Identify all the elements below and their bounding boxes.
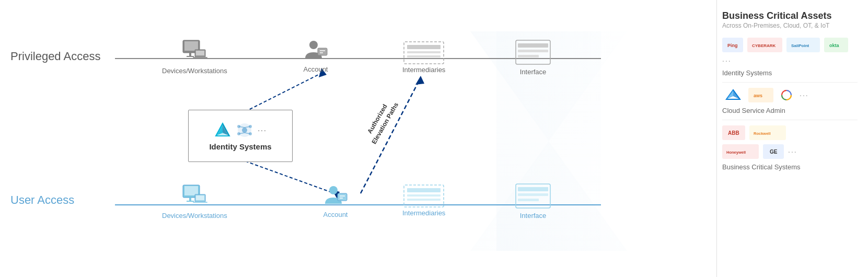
svg-point-54 bbox=[329, 186, 338, 194]
svg-point-38 bbox=[242, 128, 247, 133]
ge-logo: GE bbox=[763, 144, 784, 159]
svg-rect-31 bbox=[518, 50, 548, 52]
svg-rect-55 bbox=[338, 193, 347, 201]
svg-line-6 bbox=[240, 159, 334, 193]
svg-text:aws: aws bbox=[754, 93, 762, 98]
intermediary-icon-privileged bbox=[403, 41, 445, 65]
svg-rect-19 bbox=[196, 51, 204, 55]
svg-text:Honeywell: Honeywell bbox=[726, 150, 746, 155]
privileged-access-label: Privileged Access bbox=[10, 50, 100, 63]
svg-text:Rockwell: Rockwell bbox=[754, 131, 771, 136]
arrows-overlay bbox=[0, 0, 716, 277]
privileged-account-node: Account bbox=[303, 38, 328, 73]
user-devices-label: Devices/Workstations bbox=[162, 212, 227, 220]
svg-rect-53 bbox=[193, 202, 207, 203]
svg-point-21 bbox=[309, 41, 318, 49]
user-intermediaries-node: Intermediaries bbox=[402, 184, 445, 217]
user-account-label: Account bbox=[323, 211, 348, 218]
svg-rect-52 bbox=[196, 195, 204, 200]
privileged-intermediaries-label: Intermediaries bbox=[402, 66, 445, 74]
svg-rect-49 bbox=[189, 198, 191, 201]
user-intermediaries-label: Intermediaries bbox=[402, 209, 445, 217]
privileged-interface-label: Interface bbox=[520, 68, 547, 76]
svg-rect-50 bbox=[187, 201, 194, 202]
business-logos: ABB Rockwell bbox=[722, 125, 858, 140]
svg-text:GE: GE bbox=[770, 149, 778, 155]
right-panel: Business Critical Assets Across On-Premi… bbox=[716, 0, 868, 277]
intermediary-icon-user bbox=[403, 184, 445, 208]
interface-icon-user bbox=[515, 183, 551, 209]
workstation-icon-privileged bbox=[180, 39, 209, 64]
business-critical-subtitle: Across On-Premises, Cloud, OT, & IoT bbox=[722, 22, 858, 29]
svg-rect-26 bbox=[407, 45, 441, 49]
svg-rect-16 bbox=[189, 53, 191, 56]
identity-systems-group: Ping CYBERARK SailPoint bbox=[722, 38, 858, 83]
elevation-paths-label: AuthorizedElevation Paths bbox=[362, 97, 401, 146]
honeywell-logo: Honeywell bbox=[722, 144, 759, 159]
business-group-label: Business Critical Systems bbox=[722, 163, 858, 171]
abb-logo: ABB bbox=[722, 125, 745, 140]
cyberark-logo: CYBERARK bbox=[747, 38, 782, 52]
svg-rect-48 bbox=[184, 186, 198, 195]
identity-logos: Ping CYBERARK SailPoint bbox=[722, 38, 858, 65]
identity-box-label: Identity Systems bbox=[209, 142, 271, 151]
svg-rect-15 bbox=[184, 41, 198, 51]
user-interface-node: Interface bbox=[515, 183, 551, 220]
identity-group-label: Identity Systems bbox=[722, 69, 858, 77]
user-access-label: User Access bbox=[10, 193, 74, 207]
background-x-decoration bbox=[0, 0, 716, 277]
privileged-devices-node: Devices/Workstations bbox=[162, 39, 227, 75]
business-critical-group: ABB Rockwell Honeywell bbox=[722, 125, 858, 176]
identity-more-dots: ··· bbox=[722, 56, 732, 65]
azure-logo bbox=[722, 88, 744, 102]
okta-logo: okta bbox=[824, 38, 848, 52]
diagram-area: Privileged Access User Access bbox=[0, 0, 716, 277]
svg-rect-27 bbox=[407, 51, 441, 53]
svg-text:ABB: ABB bbox=[728, 130, 739, 136]
svg-rect-64 bbox=[518, 193, 548, 196]
svg-rect-60 bbox=[407, 194, 441, 197]
cloud-logos: aws ··· bbox=[722, 88, 858, 102]
business-more-dots: ··· bbox=[788, 147, 797, 156]
svg-text:okta: okta bbox=[829, 43, 840, 48]
workstation-icon-user bbox=[180, 184, 209, 209]
svg-rect-22 bbox=[318, 48, 327, 55]
svg-marker-9 bbox=[415, 76, 424, 85]
account-icon-user bbox=[323, 183, 348, 208]
svg-rect-32 bbox=[518, 55, 539, 57]
svg-rect-61 bbox=[407, 199, 441, 201]
svg-rect-20 bbox=[193, 57, 207, 58]
user-devices-node: Devices/Workstations bbox=[162, 184, 227, 220]
sailpoint-logo: SailPoint bbox=[786, 38, 820, 52]
ping-logo: Ping bbox=[722, 38, 743, 52]
svg-rect-65 bbox=[518, 199, 539, 201]
azure-ad-icon bbox=[214, 121, 232, 139]
svg-rect-59 bbox=[407, 188, 441, 192]
svg-text:SailPoint: SailPoint bbox=[791, 43, 809, 48]
user-interface-label: Interface bbox=[520, 212, 547, 220]
interface-icon-privileged bbox=[515, 39, 551, 65]
account-icon-privileged bbox=[303, 38, 328, 63]
privileged-devices-label: Devices/Workstations bbox=[162, 67, 227, 75]
privileged-interface-node: Interface bbox=[515, 39, 551, 76]
svg-rect-63 bbox=[518, 187, 548, 191]
business-logos-2: Honeywell GE ··· bbox=[722, 144, 858, 159]
gcp-logo bbox=[778, 88, 795, 102]
user-account-node: Account bbox=[323, 183, 348, 218]
privileged-account-label: Account bbox=[304, 65, 328, 73]
business-critical-title: Business Critical Assets bbox=[722, 10, 858, 22]
identity-box-icons: ··· bbox=[214, 121, 267, 139]
privileged-intermediaries-node: Intermediaries bbox=[402, 41, 445, 74]
identity-systems-box: ··· Identity Systems bbox=[188, 110, 293, 162]
identity-grid-icon bbox=[236, 121, 253, 139]
aws-logo: aws bbox=[748, 88, 773, 102]
cloud-admin-group: aws ··· Cloud Service Admin bbox=[722, 88, 858, 120]
svg-line-4 bbox=[240, 73, 321, 114]
svg-text:CYBERARK: CYBERARK bbox=[752, 43, 776, 48]
rockwell-logo: Rockwell bbox=[749, 125, 786, 140]
panel-title: Business Critical Assets Across On-Premi… bbox=[722, 10, 858, 32]
svg-rect-30 bbox=[518, 43, 548, 48]
identity-box-dots: ··· bbox=[258, 126, 267, 134]
main-container: Privileged Access User Access bbox=[0, 0, 868, 277]
svg-rect-28 bbox=[407, 55, 441, 57]
